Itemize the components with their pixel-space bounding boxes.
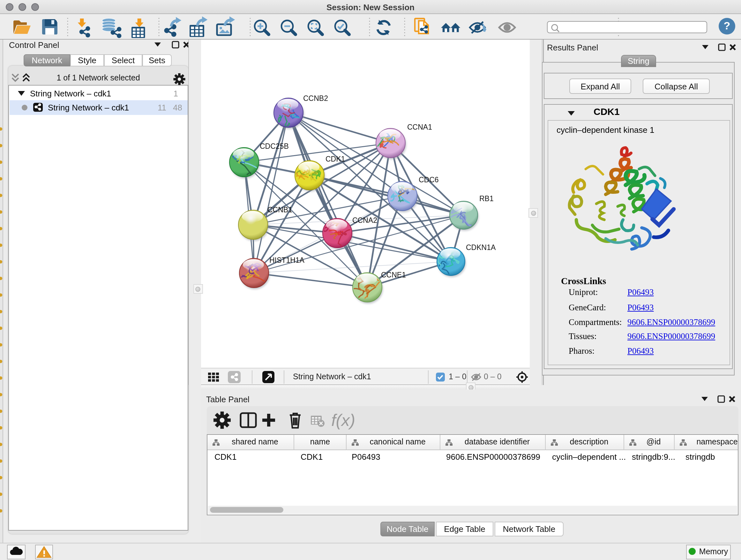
- svg-text:CDKN1A: CDKN1A: [466, 243, 496, 252]
- svg-text:CCNA1: CCNA1: [407, 123, 432, 131]
- svg-text:CDK1: CDK1: [326, 155, 345, 163]
- svg-text:CCNB2: CCNB2: [303, 94, 328, 103]
- svg-text:CCNA2: CCNA2: [352, 216, 377, 225]
- svg-text:RB1: RB1: [479, 194, 494, 203]
- svg-text:CDC25B: CDC25B: [260, 142, 289, 150]
- svg-text:HIST1H1A: HIST1H1A: [269, 256, 305, 264]
- svg-text:CCNE1: CCNE1: [381, 271, 406, 279]
- svg-text:CCNB1: CCNB1: [267, 206, 292, 214]
- svg-text:CDC6: CDC6: [419, 176, 439, 184]
- svg-text:f(x): f(x): [331, 411, 355, 429]
